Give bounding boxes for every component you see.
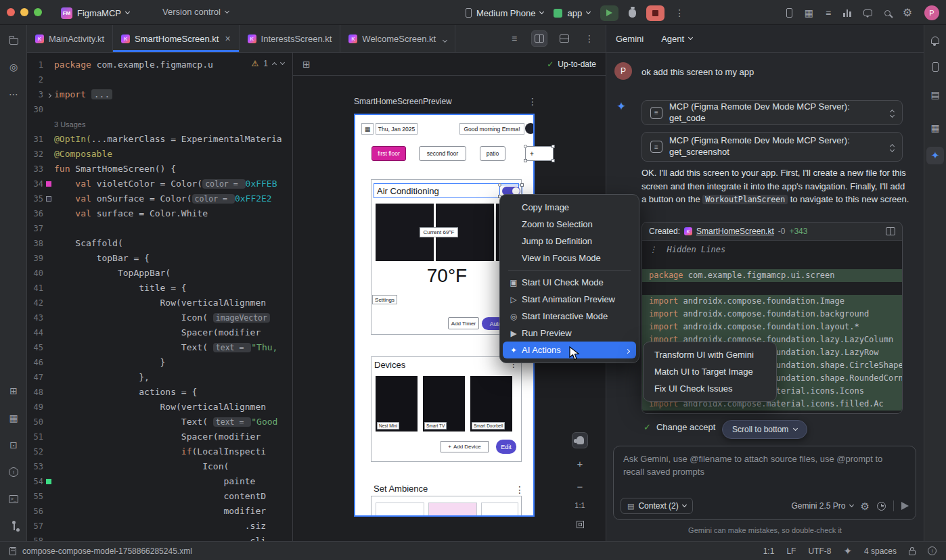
split-horizontal-icon[interactable] xyxy=(556,30,572,47)
layout-inspector-tool-icon[interactable]: ▦ xyxy=(926,119,944,137)
menu-item-start-interactive-mode[interactable]: ◎Start Interactive Mode xyxy=(503,308,636,325)
submenu-item-fix-ui-check-issues[interactable]: Fix UI Check Issues xyxy=(646,380,773,397)
settings-gear-icon[interactable]: ⚙ xyxy=(903,7,912,18)
profiler-icon[interactable] xyxy=(843,9,851,17)
history-icon[interactable] xyxy=(877,502,886,511)
notifications-bell-icon[interactable] xyxy=(926,31,944,49)
preview-layout-grid-icon[interactable]: ⊞ xyxy=(302,60,311,69)
zoom-in-button[interactable]: + xyxy=(572,455,588,471)
maximize-window-button[interactable] xyxy=(34,8,42,16)
add-timer-button[interactable]: Add Timer xyxy=(448,317,479,329)
logcat-tool-icon[interactable]: ▤ xyxy=(926,86,944,103)
expand-icon[interactable] xyxy=(891,108,894,117)
ambience-item[interactable]: ⊞ xyxy=(481,503,518,517)
editor-list-icon[interactable]: ≡ xyxy=(506,30,522,47)
menu-item-start-animation-preview[interactable]: ▷Start Animation Preview xyxy=(503,291,636,308)
debug-button[interactable] xyxy=(629,9,636,18)
editor-tab-welcomescreen-kt[interactable]: KWelcomeScreen.kt xyxy=(340,25,455,52)
chip-second-floor[interactable]: second floor xyxy=(419,146,466,161)
tool-call-get-code[interactable]: ≡ MCP (Figma Remote Dev Mode MCP Server)… xyxy=(641,100,903,125)
editor-more-icon[interactable]: ⋮ xyxy=(581,30,598,47)
problems-icon[interactable]: ! xyxy=(5,463,22,481)
more-tool-windows-icon[interactable]: ⋯ xyxy=(5,85,22,103)
more-actions-icon[interactable]: ⋮ xyxy=(675,7,684,18)
layout-inspector-icon[interactable]: ▦ xyxy=(805,8,813,18)
split-editor-icon[interactable] xyxy=(531,30,547,47)
color-swatch[interactable] xyxy=(46,196,51,202)
zoom-out-button[interactable]: − xyxy=(572,478,588,494)
close-window-button[interactable] xyxy=(7,8,15,16)
comments-icon[interactable] xyxy=(863,9,872,16)
menu-item-copy-image[interactable]: Copy Image xyxy=(503,199,636,216)
fold-expand-icon[interactable] xyxy=(47,87,51,102)
preview-menu-icon[interactable]: ⋮ xyxy=(528,96,537,107)
editor-tab-interestsscreen-kt[interactable]: KInterestsScreen.kt xyxy=(240,25,341,52)
preview-name[interactable]: SmartHomeScreenPreview xyxy=(354,97,452,106)
created-file-link[interactable]: SmartHomeScreen.kt xyxy=(696,227,774,236)
project-folder-icon[interactable] xyxy=(5,31,22,49)
chip-patio[interactable]: patio xyxy=(480,146,505,161)
logcat-icon[interactable]: ≡ xyxy=(826,8,831,18)
line-separator[interactable]: LF xyxy=(786,546,796,556)
color-swatch[interactable] xyxy=(46,479,51,484)
menu-item-start-ui-check-mode[interactable]: ▣Start UI Check Mode xyxy=(503,274,636,291)
code-editor[interactable]: 1package com.example.figmamcp.u23import … xyxy=(27,53,292,541)
cursor-position[interactable]: 1:1 xyxy=(763,546,775,556)
user-avatar[interactable]: P xyxy=(924,5,939,20)
zoom-ratio[interactable]: 1:1 xyxy=(575,501,585,509)
build-icon[interactable]: ⊡ xyxy=(5,436,22,454)
color-swatch[interactable] xyxy=(46,181,51,187)
submenu-item-match-ui-to-target-image[interactable]: Match UI to Target Image xyxy=(646,363,773,380)
menu-item-run-preview[interactable]: ▶Run Preview xyxy=(503,325,636,342)
edit-button[interactable]: Edit xyxy=(496,440,516,454)
open-diff-icon[interactable] xyxy=(886,227,895,235)
pan-hand-icon[interactable] xyxy=(572,432,588,448)
prev-issue-icon[interactable] xyxy=(272,62,277,67)
scroll-to-bottom-button[interactable]: Scroll to bottom xyxy=(722,420,807,439)
search-icon[interactable] xyxy=(884,10,891,16)
add-chip-selected[interactable]: + xyxy=(525,146,554,161)
gemini-tool-icon[interactable]: ✦ xyxy=(926,147,944,164)
tool-call-get-screenshot[interactable]: ≡ MCP (Figma Remote Dev Mode MCP Server)… xyxy=(641,132,903,162)
indent-setting[interactable]: 4 spaces xyxy=(864,546,897,556)
send-icon[interactable] xyxy=(901,502,909,510)
commit-icon[interactable]: ◎ xyxy=(5,58,22,76)
chat-settings-gear-icon[interactable]: ⚙ xyxy=(861,501,870,511)
minimize-window-button[interactable] xyxy=(20,8,28,16)
settings-label[interactable]: Settings xyxy=(372,295,397,304)
resource-manager-icon[interactable]: ▦ xyxy=(5,409,22,427)
ambience-item[interactable]: ⊞ xyxy=(376,503,424,517)
ambience-item[interactable]: ⊞ xyxy=(428,503,477,517)
statusbar-filename[interactable]: compose-compose-model-1758866285245.xml xyxy=(22,546,192,556)
menu-item-view-in-focus-mode[interactable]: View in Focus Mode xyxy=(503,250,636,266)
ambience-overflow-icon[interactable]: ⋮ xyxy=(515,484,524,495)
selected-title-outline[interactable]: Air Conditioning xyxy=(374,183,519,198)
run-config-selector[interactable]: app xyxy=(554,8,590,18)
editor-tab-mainactivity-kt[interactable]: KMainActivity.kt xyxy=(27,25,113,52)
run-button[interactable] xyxy=(600,5,618,21)
next-issue-icon[interactable] xyxy=(280,60,285,65)
menu-item-jump-to-definition[interactable]: Jump to Definition xyxy=(503,233,636,250)
running-devices-icon[interactable]: ⊞ xyxy=(5,382,22,400)
submenu-item-transform-ui-with-gemini[interactable]: Transform UI with Gemini xyxy=(646,346,773,363)
zoom-to-fit-icon[interactable] xyxy=(572,516,588,532)
gemini-status-icon[interactable]: ✦ xyxy=(843,545,852,557)
chip-first-floor[interactable]: first floor xyxy=(371,146,406,161)
info-icon[interactable]: i xyxy=(928,546,937,555)
add-device-button[interactable]: + Add Device xyxy=(441,441,489,452)
device-mirror-icon[interactable] xyxy=(786,8,792,18)
model-selector[interactable]: Gemini 2.5 Pro xyxy=(792,501,853,511)
version-control-icon[interactable] xyxy=(5,517,22,535)
chevron-down-icon[interactable] xyxy=(443,34,447,44)
tab-agent[interactable]: Agent xyxy=(661,34,692,44)
vcs-widget[interactable]: Version control xyxy=(162,7,229,17)
close-tab-icon[interactable]: × xyxy=(225,33,230,44)
inspections-widget[interactable]: ⚠ 1 xyxy=(252,59,284,68)
stop-button[interactable] xyxy=(646,5,665,21)
device-selector[interactable]: Medium Phone xyxy=(466,8,543,18)
device-manager-icon[interactable] xyxy=(926,58,944,76)
lock-icon[interactable] xyxy=(909,550,916,555)
hidden-lines-row[interactable]: ⋮ Hidden Lines xyxy=(642,243,902,256)
chat-input[interactable]: Ask Gemini, use @filename to attach sour… xyxy=(613,446,916,520)
expand-icon[interactable] xyxy=(891,143,894,151)
